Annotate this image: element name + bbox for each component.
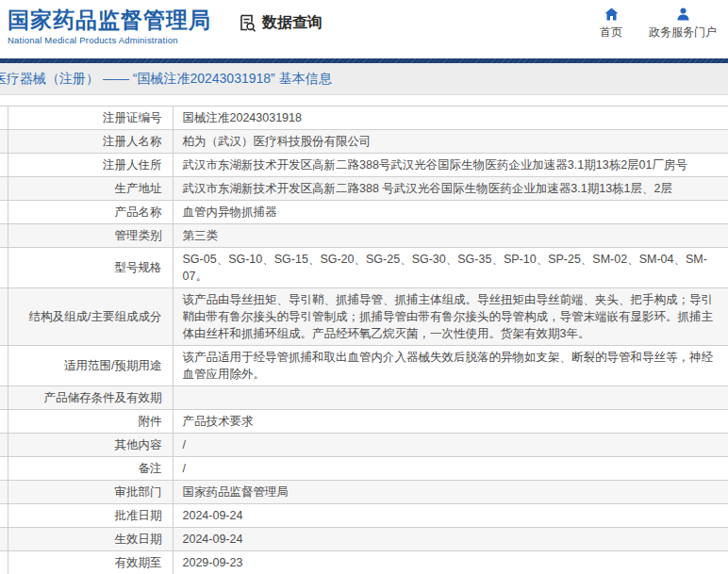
row-value: 2029-09-23	[173, 551, 728, 574]
table-row: 注册人名称柏为（武汉）医疗科技股份有限公司	[0, 130, 728, 154]
row-label-text: 注册证编号	[103, 111, 162, 124]
row-value-text: 国家药品监督管理局	[183, 485, 290, 499]
table-row: 生产地址武汉市东湖新技术开发区高新二路388 号武汉光谷国际生物医药企业加速器3…	[0, 177, 728, 201]
table-row: 附件产品技术要求	[0, 410, 728, 434]
row-value: 2024-09-24	[173, 504, 728, 528]
row-value-text: 产品技术要求	[183, 415, 254, 428]
table-row: 结构及组成/主要组成成分该产品由导丝扭矩、导引鞘、抓捕导管、抓捕主体组成。导丝扭…	[0, 288, 728, 346]
row-label: 注册人名称	[8, 130, 173, 154]
table-row: 注册人住所武汉市东湖新技术开发区高新二路388号武汉光谷国际生物医药企业加速器3…	[0, 154, 728, 177]
row-left-strip	[0, 410, 8, 434]
table-row: 管理类别第三类	[0, 224, 728, 248]
row-value-text: 血管内异物抓捕器	[183, 205, 277, 219]
row-left-strip	[0, 107, 8, 130]
table-row: 其他内容/	[0, 434, 728, 457]
row-left-strip	[0, 434, 8, 457]
table-row: 型号规格SG-05、SG-10、SG-15、SG-20、SG-25、SG-30、…	[0, 248, 728, 288]
home-icon	[604, 8, 619, 25]
row-left-strip	[0, 504, 8, 528]
row-label: 型号规格	[8, 248, 173, 288]
info-table-body: 注册证编号国械注准20243031918注册人名称柏为（武汉）医疗科技股份有限公…	[0, 107, 728, 574]
logo-subtitle: National Medical Products Administration	[8, 35, 211, 45]
row-value-text: 国械注准20243031918	[183, 111, 302, 124]
row-label-text: 管理类别	[115, 229, 162, 242]
row-left-strip	[0, 248, 8, 288]
row-label: 适用范围/预期用途	[8, 346, 173, 386]
row-value: SG-05、SG-10、SG-15、SG-20、SG-25、SG-30、SG-3…	[173, 248, 728, 288]
row-value: 国家药品监督管理局	[173, 481, 728, 504]
user-icon	[676, 8, 690, 25]
row-label-text: 批准日期	[115, 509, 162, 522]
row-label: 附件	[8, 410, 173, 434]
row-left-strip	[0, 224, 8, 248]
row-label: 注册证编号	[8, 107, 173, 130]
row-label: 生效日期	[8, 528, 173, 551]
row-left-strip	[0, 130, 8, 154]
row-left-strip	[0, 457, 8, 481]
row-value-text: SG-05、SG-10、SG-15、SG-20、SG-25、SG-30、SG-3…	[183, 253, 707, 283]
row-value	[173, 386, 728, 410]
row-value-text: 该产品由导丝扭矩、导引鞘、抓捕导管、抓捕主体组成。导丝扭矩由导丝前端、夹头、把手…	[183, 293, 714, 340]
row-value-text: 该产品适用于经导管抓捕和取出血管内介入器械失效后脱落的异物如支架、断裂的导管和导…	[183, 351, 714, 381]
header-nav: 首页 政务服务门户	[600, 8, 717, 41]
nav-home[interactable]: 首页	[600, 8, 622, 41]
row-value: 2024-09-24	[173, 528, 728, 551]
row-label: 生产地址	[8, 177, 173, 201]
row-value-text: 第三类	[183, 229, 219, 242]
row-label-text: 备注	[139, 462, 162, 475]
row-value-text: 2024-09-24	[183, 533, 243, 546]
data-query-tab[interactable]: 数据查询	[238, 13, 323, 33]
row-left-strip	[0, 346, 8, 386]
row-label-text: 有效期至	[115, 556, 162, 569]
row-label: 批准日期	[8, 504, 173, 528]
row-label-text: 审批部门	[115, 485, 162, 499]
nmpa-logo[interactable]: 国家药品监督管理局 National Medical Products Admi…	[8, 8, 211, 45]
registration-info-table: 注册证编号国械注准20243031918注册人名称柏为（武汉）医疗科技股份有限公…	[0, 106, 728, 574]
row-label-text: 产品名称	[115, 205, 162, 219]
row-left-strip	[0, 288, 8, 346]
data-query-label: 数据查询	[262, 13, 323, 33]
row-left-strip	[0, 528, 8, 551]
row-left-strip	[0, 177, 8, 201]
row-value: 第三类	[173, 224, 728, 248]
document-search-icon	[238, 13, 257, 33]
logo-title: 国家药品监督管理局	[8, 8, 211, 32]
table-row: 备注/	[0, 457, 728, 481]
table-row: 产品名称血管内异物抓捕器	[0, 201, 728, 224]
row-value-text: 武汉市东湖新技术开发区高新二路388号武汉光谷国际生物医药企业加速器3.1期13…	[183, 158, 688, 172]
row-value-text: /	[183, 462, 186, 475]
row-left-strip	[0, 551, 8, 574]
row-left-strip	[0, 154, 8, 177]
row-label: 注册人住所	[8, 154, 173, 177]
row-value-text: 2029-09-23	[183, 556, 243, 569]
nav-gov-portal[interactable]: 政务服务门户	[649, 8, 717, 41]
site-header: 国家药品监督管理局 National Medical Products Admi…	[0, 0, 728, 58]
row-value: 国械注准20243031918	[173, 107, 728, 130]
row-value: 柏为（武汉）医疗科技股份有限公司	[173, 130, 728, 154]
row-value: 武汉市东湖新技术开发区高新二路388 号武汉光谷国际生物医药企业加速器3.1期1…	[173, 177, 728, 201]
table-row: 审批部门国家药品监督管理局	[0, 481, 728, 504]
row-value-text: /	[183, 438, 186, 451]
table-row: 有效期至2029-09-23	[0, 551, 728, 574]
row-label-text: 结构及组成/主要组成成分	[29, 310, 162, 323]
row-value: 血管内异物抓捕器	[173, 201, 728, 224]
row-label-text: 其他内容	[115, 438, 162, 451]
row-label-text: 注册人名称	[103, 135, 162, 148]
row-left-strip	[0, 201, 8, 224]
row-label: 产品名称	[8, 201, 173, 224]
row-value: 该产品适用于经导管抓捕和取出血管内介入器械失效后脱落的异物如支架、断裂的导管和导…	[173, 346, 728, 386]
page-title: 医疗器械（注册） —— “国械注准20243031918” 基本信息	[0, 71, 332, 88]
row-label-text: 产品储存条件及有效期	[44, 391, 162, 404]
row-value: 武汉市东湖新技术开发区高新二路388号武汉光谷国际生物医药企业加速器3.1期13…	[173, 154, 728, 177]
row-label-text: 生效日期	[115, 533, 162, 546]
row-label: 其他内容	[8, 434, 173, 457]
row-value-text: 2024-09-24	[183, 509, 243, 522]
row-value-text: 武汉市东湖新技术开发区高新二路388 号武汉光谷国际生物医药企业加速器3.1期1…	[183, 182, 673, 195]
row-label-text: 附件	[139, 415, 162, 428]
row-left-strip	[0, 481, 8, 504]
row-label-text: 生产地址	[115, 182, 162, 195]
row-label: 备注	[8, 457, 173, 481]
table-row: 注册证编号国械注准20243031918	[0, 107, 728, 130]
row-label-text: 型号规格	[115, 261, 162, 274]
nav-gov-portal-label: 政务服务门户	[649, 25, 717, 41]
